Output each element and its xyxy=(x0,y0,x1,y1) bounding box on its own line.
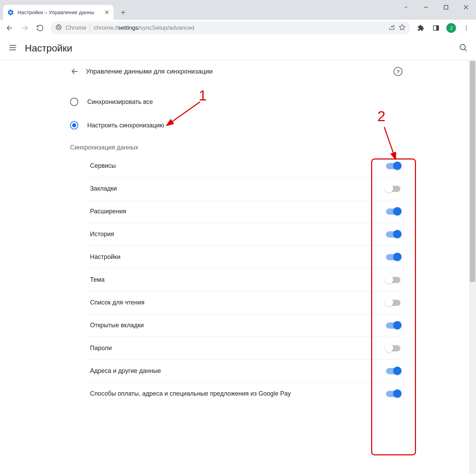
svg-point-18 xyxy=(466,27,467,28)
toggle-switch[interactable] xyxy=(386,300,400,306)
settings-header: Настройки xyxy=(0,36,476,60)
svg-marker-13 xyxy=(399,24,405,30)
toggle-row: Закладки xyxy=(88,177,403,200)
profile-avatar[interactable]: J xyxy=(444,21,458,35)
close-tab-icon[interactable]: ✕ xyxy=(104,9,109,16)
toggle-row: Открытые вкладки xyxy=(88,314,403,337)
toggle-switch[interactable] xyxy=(386,254,400,260)
radio-sync-custom[interactable]: Настроить синхронизацию xyxy=(64,116,412,134)
toggle-row: Сервисы xyxy=(88,155,403,177)
share-icon[interactable] xyxy=(388,24,395,32)
reload-button[interactable] xyxy=(33,21,47,35)
radio-label: Синхронизировать все xyxy=(87,98,153,106)
toggle-knob xyxy=(385,184,393,193)
toggle-label: Список для чтения xyxy=(90,299,145,306)
radio-icon xyxy=(70,98,78,106)
window-titlebar: Настройки – Управление данны ✕ + xyxy=(0,0,476,20)
back-button[interactable] xyxy=(3,21,17,35)
settings-app-title: Настройки xyxy=(25,43,72,54)
toggle-label: История xyxy=(90,231,114,238)
window-controls xyxy=(396,0,476,14)
scrollbar-track[interactable] xyxy=(469,60,476,474)
toggle-knob xyxy=(385,344,393,352)
svg-line-24 xyxy=(465,49,467,51)
toggle-switch[interactable] xyxy=(386,231,400,238)
toggle-label: Расширения xyxy=(90,208,126,215)
toggle-knob xyxy=(385,298,393,307)
back-arrow-icon[interactable] xyxy=(70,67,80,76)
svg-point-19 xyxy=(466,29,467,30)
caret-down-icon[interactable] xyxy=(396,0,416,14)
toggle-label: Способы оплаты, адреса и специальные пре… xyxy=(90,390,291,397)
star-icon[interactable] xyxy=(399,24,406,32)
new-tab-button[interactable]: + xyxy=(117,6,129,19)
svg-rect-1 xyxy=(444,6,448,9)
toggle-row: Список для чтения xyxy=(88,291,403,314)
radio-label: Настроить синхронизацию xyxy=(87,122,164,129)
svg-point-17 xyxy=(466,26,467,27)
sync-settings-card: Управление данными для синхронизации ? С… xyxy=(64,60,412,474)
toggle-label: Настройки xyxy=(90,253,120,261)
omnibox-prefix: Chrome xyxy=(66,25,86,31)
radio-sync-all[interactable]: Синхронизировать все xyxy=(64,93,412,111)
omnibox-url: chrome://settings/syncSetup/advanced xyxy=(93,25,194,31)
sidepanel-icon[interactable] xyxy=(429,21,443,35)
toggle-knob xyxy=(393,230,401,238)
toggle-knob xyxy=(393,162,401,170)
toggle-switch[interactable] xyxy=(386,163,400,169)
toggle-knob xyxy=(393,389,401,398)
svg-line-9 xyxy=(60,28,61,28)
toggle-row: Тема xyxy=(88,268,403,291)
toggle-label: Пароли xyxy=(90,345,112,352)
help-icon[interactable]: ? xyxy=(394,67,403,76)
toggle-row: Настройки xyxy=(88,245,403,268)
browser-toolbar: Chrome chrome://settings/syncSetup/advan… xyxy=(0,20,476,36)
section-label: Синхронизация данных xyxy=(64,134,412,155)
toggle-row: Пароли xyxy=(88,337,403,359)
forward-button[interactable] xyxy=(18,21,32,35)
toggle-row: Адреса и другие данные xyxy=(88,359,403,382)
radio-icon xyxy=(70,121,78,129)
toggle-knob xyxy=(393,207,401,215)
close-window-button[interactable] xyxy=(456,0,476,14)
menu-icon[interactable] xyxy=(459,21,473,35)
toggle-row: История xyxy=(88,223,403,245)
toggle-label: Адреса и другие данные xyxy=(90,367,161,375)
svg-rect-16 xyxy=(437,26,439,30)
toggle-switch[interactable] xyxy=(386,345,400,351)
svg-point-23 xyxy=(460,44,465,49)
svg-line-10 xyxy=(56,28,58,28)
toggle-switch[interactable] xyxy=(386,277,400,283)
svg-point-7 xyxy=(58,26,60,28)
omnibox[interactable]: Chrome chrome://settings/syncSetup/advan… xyxy=(50,21,410,35)
card-header: Управление данными для синхронизации ? xyxy=(64,60,412,83)
scrollbar-thumb[interactable] xyxy=(470,61,475,282)
toggle-row: Расширения xyxy=(88,200,403,223)
toggle-switch[interactable] xyxy=(386,391,400,397)
toggle-label: Открытые вкладки xyxy=(90,322,144,329)
hamburger-icon[interactable] xyxy=(8,43,17,54)
gear-icon xyxy=(7,9,14,16)
tab-title: Настройки – Управление данны xyxy=(18,9,94,15)
maximize-button[interactable] xyxy=(436,0,456,14)
chrome-icon xyxy=(55,24,62,32)
extensions-icon[interactable] xyxy=(414,21,428,35)
toggle-knob xyxy=(385,275,393,284)
toggle-label: Закладки xyxy=(90,185,117,192)
toggle-label: Сервисы xyxy=(90,162,116,170)
page-title: Управление данными для синхронизации xyxy=(86,68,213,75)
toggle-list: СервисыЗакладкиРасширенияИсторияНастройк… xyxy=(64,155,412,405)
toggle-switch[interactable] xyxy=(386,368,400,374)
toggle-switch[interactable] xyxy=(386,186,400,192)
toggle-knob xyxy=(393,253,401,261)
search-icon[interactable] xyxy=(459,43,468,54)
toggle-knob xyxy=(393,367,401,375)
toggle-switch[interactable] xyxy=(386,209,400,215)
omnibox-separator xyxy=(90,24,90,32)
browser-tab[interactable]: Настройки – Управление данны ✕ xyxy=(3,5,113,20)
settings-page-body: Управление данными для синхронизации ? С… xyxy=(0,60,476,474)
toggle-label: Тема xyxy=(90,276,105,283)
toggle-switch[interactable] xyxy=(386,322,400,329)
toggle-knob xyxy=(393,321,401,329)
minimize-button[interactable] xyxy=(416,0,436,14)
